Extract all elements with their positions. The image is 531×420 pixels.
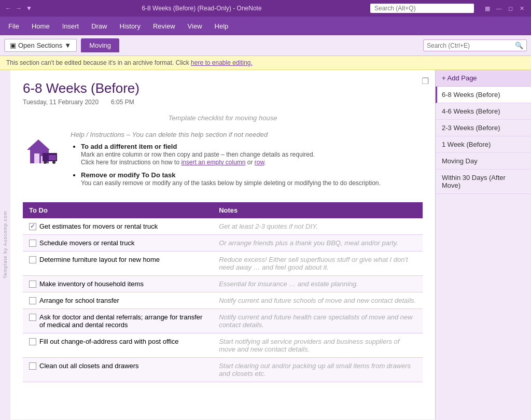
task-checkbox[interactable] (29, 297, 36, 304)
page-item[interactable]: 2-3 Weeks (Before) (436, 120, 531, 136)
icon-area: Help / Instructions – You can delete thi… (23, 130, 423, 192)
task-check-cell: Get estimates for movers or rental truck (29, 222, 206, 230)
window-title: 6-8 Weeks (Before) (Read-Only) - OneNote (37, 5, 366, 12)
table-row: Schedule movers or rental truck Or arran… (23, 235, 423, 251)
toolbar: ▣ Open Sections ▼ Moving 🔍 (0, 35, 531, 56)
task-text: Schedule movers or rental truck (39, 239, 135, 247)
task-checkbox[interactable] (29, 362, 36, 370)
enable-editing-link[interactable]: here to enable editing. (191, 59, 253, 66)
task-checkbox[interactable] (29, 223, 36, 230)
table-row: Ask for doctor and dental referrals; arr… (23, 309, 423, 333)
task-checkbox[interactable] (29, 338, 36, 345)
window-controls-right[interactable]: ▦ — ◻ ✕ (482, 3, 527, 13)
page-item[interactable]: 6-8 Weeks (Before) (436, 87, 531, 103)
notes-cell: Notify current and future health care sp… (213, 309, 423, 333)
menu-home[interactable]: Home (25, 19, 56, 33)
more-button[interactable]: ▼ (25, 4, 33, 12)
task-cell: Arrange for school transfer (23, 292, 213, 309)
insert-column-link[interactable]: insert an empty column (181, 159, 245, 166)
task-checkbox[interactable] (29, 240, 36, 247)
task-cell: Clean out all closets and drawers (23, 358, 213, 382)
menu-review[interactable]: Review (147, 19, 181, 33)
svg-rect-5 (49, 155, 56, 160)
window-controls-left[interactable]: ← → ▼ (4, 4, 33, 12)
page-date: Tuesday, 11 February 2020 (23, 99, 99, 106)
page-item[interactable]: 1 Week (Before) (436, 136, 531, 153)
moving-tab[interactable]: Moving (81, 38, 119, 52)
notes-cell: Get at least 2-3 quotes if not DIY. (213, 218, 423, 235)
open-sections-button[interactable]: ▣ Open Sections ▼ (4, 39, 77, 52)
restore-button[interactable]: ◻ (505, 3, 515, 13)
notes-cell: Notify current and future schools of mov… (213, 292, 423, 309)
page-item[interactable]: Moving Day (436, 153, 531, 170)
dropdown-icon: ▼ (64, 41, 71, 49)
task-cell: Get estimates for movers or rental truck (23, 218, 213, 235)
add-page-button[interactable]: + Add Page (436, 70, 531, 87)
notes-header: Notes (213, 202, 423, 218)
table-row: Arrange for school transfer Notify curre… (23, 292, 423, 309)
svg-point-7 (52, 161, 55, 164)
table-row: Fill out change-of-address card with pos… (23, 333, 423, 358)
table-row: Make inventory of household items Essent… (23, 276, 423, 292)
task-check-cell: Fill out change-of-address card with pos… (29, 338, 206, 345)
toolbar-search[interactable]: 🔍 (423, 39, 527, 51)
menu-help[interactable]: Help (208, 19, 235, 33)
table-row: Get estimates for movers or rental truck… (23, 218, 423, 235)
notes-cell: Essential for insurance … and estate pla… (213, 276, 423, 292)
forward-button[interactable]: → (15, 4, 23, 12)
task-checkbox[interactable] (29, 314, 36, 321)
menu-file[interactable]: File (2, 19, 25, 33)
task-checkbox[interactable] (29, 281, 36, 288)
svg-point-6 (44, 161, 47, 164)
search-input[interactable] (427, 42, 515, 49)
instructions-title: Help / Instructions – You can delete thi… (71, 130, 423, 138)
task-checkbox[interactable] (29, 256, 36, 263)
notes-cell: Start notifying all service providers an… (213, 333, 423, 358)
watermark-strip: Template by Auscomp.com (0, 70, 10, 419)
task-check-cell: Schedule movers or rental truck (29, 239, 206, 247)
watermark-text: Template by Auscomp.com (3, 211, 8, 279)
table-row: Determine furniture layout for new home … (23, 251, 423, 276)
task-text: Fill out change-of-address card with pos… (39, 338, 179, 345)
notes-cell: Reduce excess! Either sell superfluous s… (213, 251, 423, 276)
page-item[interactable]: 4-6 Weeks (Before) (436, 103, 531, 120)
task-text: Get estimates for movers or rental truck (39, 222, 158, 230)
insert-row-link[interactable]: row (255, 159, 264, 166)
page-item[interactable]: Within 30 Days (After Move) (436, 170, 531, 194)
expand-icon[interactable]: ❐ (422, 76, 429, 86)
title-search-input[interactable] (370, 4, 474, 13)
task-text: Clean out all closets and drawers (39, 362, 139, 370)
search-icon[interactable]: 🔍 (515, 41, 523, 49)
task-cell: Fill out change-of-address card with pos… (23, 333, 213, 358)
table-row: Clean out all closets and drawers Start … (23, 358, 423, 382)
menu-insert[interactable]: Insert (56, 19, 86, 33)
page-date-row: Tuesday, 11 February 2020 6:05 PM (23, 99, 423, 106)
close-button[interactable]: ✕ (516, 3, 527, 13)
task-text: Arrange for school transfer (39, 297, 119, 304)
notes-cell: Start clearing out and/or packing up all… (213, 358, 423, 382)
notebook-icon: ▦ (482, 3, 493, 13)
instruction-desc-1: Mark an entire column or row then copy a… (81, 151, 315, 166)
svg-rect-2 (34, 153, 39, 163)
minimize-button[interactable]: — (494, 3, 504, 13)
todo-table: To Do Notes Get estimates for movers or … (23, 202, 423, 382)
sections-icon: ▣ (10, 41, 16, 49)
menu-view[interactable]: View (181, 19, 208, 33)
menu-history[interactable]: History (114, 19, 147, 33)
house-truck-icon (23, 130, 60, 167)
page-title: 6-8 Weeks (Before) (23, 80, 423, 96)
task-check-cell: Arrange for school transfer (29, 297, 206, 304)
menu-bar: File Home Insert Draw History Review Vie… (0, 17, 531, 35)
notes-cell: Or arrange friends plus a thank you BBQ,… (213, 235, 423, 251)
task-check-cell: Clean out all closets and drawers (29, 362, 206, 370)
title-bar: ← → ▼ 6-8 Weeks (Before) (Read-Only) - O… (0, 0, 531, 17)
archive-notice: This section can't be edited because it'… (0, 56, 531, 70)
main-layout: Template by Auscomp.com ❐ 6-8 Weeks (Bef… (0, 70, 531, 419)
back-button[interactable]: ← (4, 4, 12, 12)
right-panel: + Add Page 6-8 Weeks (Before)4-6 Weeks (… (435, 70, 531, 419)
instruction-item-1: To add a different item or field Mark an… (81, 143, 423, 166)
instructions-section: Help / Instructions – You can delete thi… (71, 130, 423, 192)
menu-draw[interactable]: Draw (85, 19, 113, 33)
task-check-cell: Determine furniture layout for new home (29, 256, 206, 263)
task-cell: Determine furniture layout for new home (23, 251, 213, 276)
